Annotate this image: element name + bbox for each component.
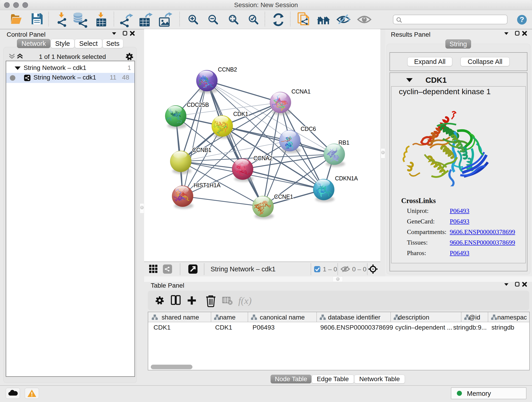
svg-text:?: ? [520,15,524,24]
svg-text:shared name: shared name [162,314,199,321]
svg-text:String Network – cdk1: String Network – cdk1 [210,265,276,273]
svg-text:0 – 0: 0 – 0 [352,266,366,273]
svg-text:@id: @id [469,314,480,321]
svg-text:f(x): f(x) [238,295,252,306]
svg-text:CCNA1: CCNA1 [291,88,310,95]
svg-text:database identifier: database identifier [328,314,380,321]
svg-text:description: description [398,314,429,321]
svg-text:CDC25B: CDC25B [187,102,209,108]
svg-text:canonical name: canonical name [260,314,305,321]
svg-text:CCNA2: CCNA2 [253,155,272,161]
svg-text:CDKN1A: CDKN1A [335,175,358,182]
svg-text:name: name [220,314,235,321]
svg-text:CCNB1: CCNB1 [192,147,211,153]
svg-text:namespac: namespac [497,314,527,321]
svg-text:1 – 0: 1 – 0 [323,266,337,273]
svg-text:CDC6: CDC6 [301,126,316,132]
svg-text:RB1: RB1 [338,139,349,146]
svg-text:CCNE1: CCNE1 [274,193,293,200]
svg-text:CCNB2: CCNB2 [218,66,237,73]
svg-text:HIST1H1A: HIST1H1A [194,182,221,188]
svg-text:CDK1: CDK1 [233,111,248,117]
